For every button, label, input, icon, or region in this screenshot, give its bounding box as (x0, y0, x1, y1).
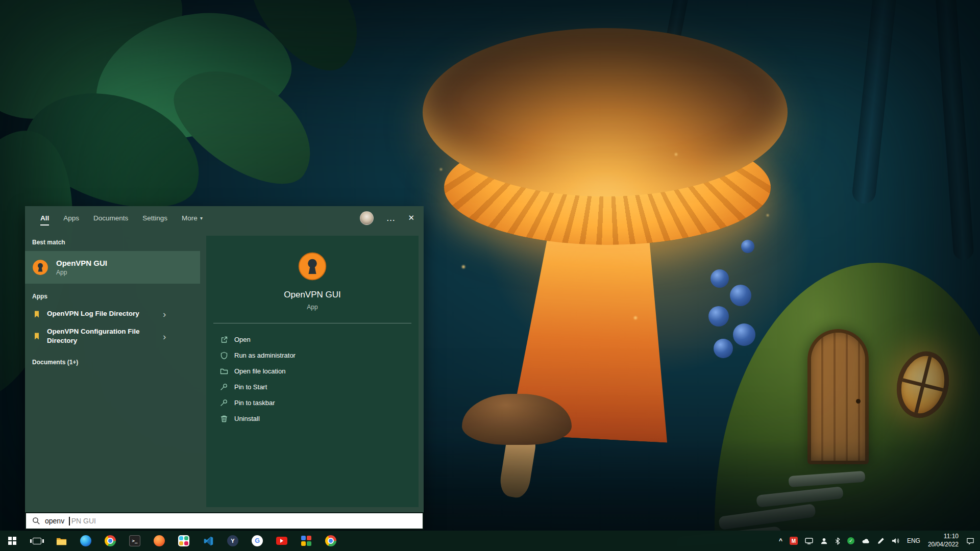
close-icon[interactable]: ✕ (408, 213, 414, 222)
taskbar-terminal[interactable]: >_ (122, 531, 147, 551)
blueberry (733, 323, 755, 346)
taskbar-vscode[interactable] (196, 531, 220, 551)
google-icon: G (252, 535, 263, 546)
action-pin-to-start[interactable]: Pin to Start (206, 379, 419, 395)
action-open[interactable]: Open (206, 332, 419, 347)
taskbar-orange-app[interactable] (147, 531, 172, 551)
task-view-icon (33, 538, 41, 544)
taskbar-clock[interactable]: 11:10 20/04/2022 (924, 533, 963, 548)
desktop: All Apps Documents Settings More▾ … ✕ Be… (0, 0, 980, 551)
start-search-flyout: All Apps Documents Settings More▾ … ✕ Be… (25, 206, 424, 530)
preview-actions: Open Run as administrator Open file loca… (206, 329, 419, 427)
taskbar-file-explorer[interactable] (49, 531, 74, 551)
preview-divider (213, 323, 411, 323)
best-match-title: OpenVPN GUI (56, 259, 107, 267)
tray-display[interactable] (801, 531, 817, 551)
blueberry (708, 306, 729, 327)
tray-people[interactable] (817, 531, 831, 551)
status-check-icon: ✓ (847, 537, 854, 544)
glow-spore (440, 168, 442, 170)
documents-section-label: Documents (1+) (25, 349, 200, 371)
chevron-right-icon[interactable]: › (163, 309, 166, 319)
terminal-icon: >_ (129, 535, 140, 546)
tab-documents[interactable]: Documents (93, 206, 128, 230)
chevron-down-icon: ▾ (200, 215, 203, 221)
taskbar-edge[interactable] (74, 531, 98, 551)
search-typed-text: openv (45, 517, 64, 525)
action-pin-to-taskbar[interactable]: Pin to taskbar (206, 395, 419, 411)
preview-pane: OpenVPN GUI App Open Run as administrato… (206, 236, 419, 507)
clock-date: 20/04/2022 (928, 541, 959, 549)
search-header-right: … ✕ (360, 206, 414, 230)
bookmark-icon (33, 332, 41, 340)
file-location-icon (220, 367, 228, 375)
pin-icon (220, 399, 228, 407)
action-center-button[interactable] (963, 531, 978, 551)
tab-settings[interactable]: Settings (142, 206, 167, 230)
tab-apps[interactable]: Apps (63, 206, 79, 230)
tray-onedrive[interactable] (858, 531, 874, 551)
openvpn-logo-icon (297, 251, 328, 282)
glow-spore (675, 153, 677, 156)
windows-logo-icon (8, 537, 17, 545)
youtube-icon (276, 537, 287, 545)
start-button[interactable] (0, 531, 24, 551)
tray-bluetooth[interactable] (831, 531, 844, 551)
taskbar-chrome[interactable] (98, 531, 122, 551)
app-result-row[interactable]: OpenVPN Configuration File Directory › (25, 323, 200, 349)
glow-spore (767, 214, 769, 216)
glow-spore (634, 316, 637, 319)
best-match-label: Best match (25, 230, 200, 251)
door-knob (856, 399, 861, 404)
vscode-icon (203, 535, 214, 547)
blueberry (710, 269, 729, 288)
openvpn-logo-icon (32, 259, 49, 276)
preview-type: App (206, 304, 419, 311)
tray-status-app[interactable]: ✓ (844, 531, 858, 551)
blueberry (730, 285, 751, 306)
search-results-column: Best match OpenVPN GUI App Apps (25, 230, 200, 512)
action-uninstall[interactable]: Uninstall (206, 411, 419, 427)
tab-all[interactable]: All (40, 206, 49, 230)
taskbar-dark-app[interactable]: Y (220, 531, 245, 551)
slack-icon (178, 535, 189, 546)
user-avatar[interactable] (360, 211, 374, 225)
show-hidden-icons[interactable]: ^ (775, 531, 786, 551)
language-indicator[interactable]: ENG (903, 531, 924, 551)
taskbar-chrome-profile[interactable] (318, 531, 343, 551)
dark-app-icon: Y (227, 535, 238, 546)
options-menu-icon[interactable]: … (386, 213, 396, 222)
tray-volume[interactable] (888, 531, 903, 551)
preview-title: OpenVPN GUI (206, 290, 419, 300)
apps-section-label: Apps (25, 284, 200, 305)
taskbar-youtube[interactable] (270, 531, 294, 551)
uninstall-trash-icon (220, 415, 228, 423)
search-icon (32, 517, 40, 525)
app-result-row[interactable]: OpenVPN Log File Directory › (25, 305, 200, 323)
chrome-icon (325, 535, 336, 546)
chrome-icon (105, 535, 116, 546)
admin-shield-icon (220, 352, 228, 360)
action-run-as-admin[interactable]: Run as administrator (206, 347, 419, 363)
taskbar: >_ Y G ^ M ✓ (0, 531, 980, 551)
taskbar-google-app[interactable]: G (245, 531, 270, 551)
wallpaper-trunk (935, 0, 974, 261)
action-open-file-location[interactable]: Open file location (206, 363, 419, 379)
orange-app-icon (154, 535, 165, 546)
mail-icon: M (790, 537, 798, 545)
system-tray: ^ M ✓ ENG 11:10 20/04 (775, 531, 980, 551)
chevron-right-icon[interactable]: › (163, 332, 166, 341)
clock-time: 11:10 (928, 533, 959, 541)
tray-pen[interactable] (874, 531, 888, 551)
taskbar-google-apps[interactable] (294, 531, 318, 551)
tray-mail-badge[interactable]: M (786, 531, 801, 551)
tab-more[interactable]: More▾ (182, 206, 203, 230)
task-view-button[interactable] (24, 531, 49, 551)
best-match-result[interactable]: OpenVPN GUI App (25, 251, 200, 284)
blueberry (714, 339, 733, 358)
taskbar-slack[interactable] (172, 531, 196, 551)
text-caret (69, 517, 70, 525)
search-input[interactable]: openv PN GUI (25, 512, 424, 530)
open-icon (220, 336, 228, 344)
app-grid-icon (301, 536, 311, 546)
